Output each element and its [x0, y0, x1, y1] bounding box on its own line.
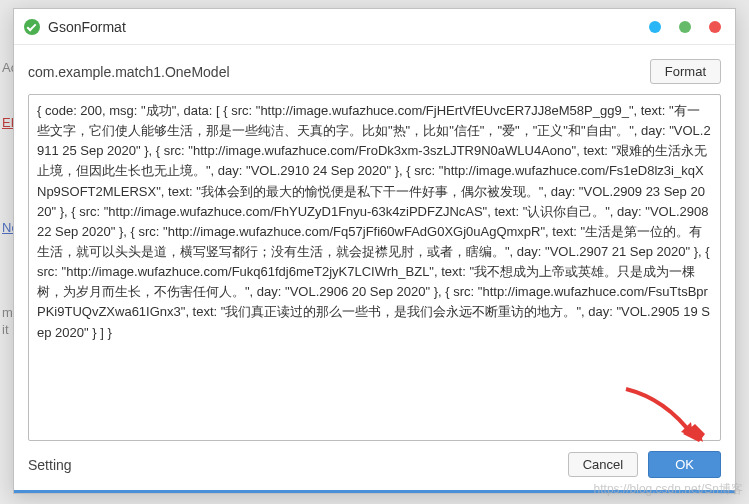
header-row: com.example.match1.OneModel Format — [14, 45, 735, 94]
maximize-icon[interactable] — [679, 21, 691, 33]
titlebar: GsonFormat — [14, 9, 735, 45]
cancel-button[interactable]: Cancel — [568, 452, 638, 477]
window-controls — [649, 21, 721, 33]
watermark-text: https://blog.csdn.net/Sn博客 — [594, 481, 743, 498]
gsonformat-dialog: GsonFormat com.example.match1.OneModel F… — [13, 8, 736, 494]
close-icon[interactable] — [709, 21, 721, 33]
ok-button[interactable]: OK — [648, 451, 721, 478]
minimize-icon[interactable] — [649, 21, 661, 33]
setting-link[interactable]: Setting — [28, 457, 72, 473]
window-title: GsonFormat — [48, 19, 649, 35]
class-name-label: com.example.match1.OneModel — [28, 64, 640, 80]
json-textarea[interactable]: { code: 200, msg: "成功", data: [ { src: "… — [28, 94, 721, 441]
app-icon — [24, 19, 40, 35]
format-button[interactable]: Format — [650, 59, 721, 84]
